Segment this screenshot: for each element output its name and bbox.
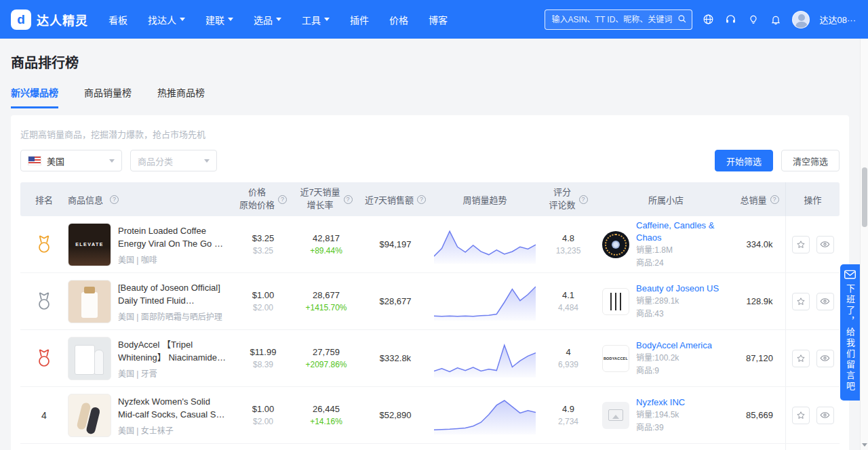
col-header-rank: 排名	[20, 193, 68, 206]
shop-cell: Caffeine, Candles & Chaos 销量:1.8M 商品:24	[598, 220, 734, 270]
filter-actions: 开始筛选 清空筛选	[715, 150, 840, 171]
chevron-down-icon	[324, 18, 330, 21]
favorite-button[interactable]	[792, 293, 810, 310]
ops-cell	[785, 444, 840, 450]
product-image[interactable]	[68, 394, 111, 437]
ops-cell	[785, 273, 840, 329]
nav-item-label: 工具	[302, 13, 321, 26]
product-image[interactable]	[68, 337, 111, 380]
headset-icon[interactable]	[725, 14, 737, 26]
product-title[interactable]: [Beauty of Joseon Official] Daily Tinted…	[118, 281, 228, 308]
nav-item[interactable]: 价格	[389, 13, 408, 26]
country-select[interactable]: 美国	[20, 150, 122, 171]
info-icon[interactable]	[579, 195, 588, 204]
search-icon[interactable]	[677, 14, 687, 26]
info-icon[interactable]	[110, 195, 119, 204]
shop-logo[interactable]	[602, 231, 629, 258]
col-header-total: 总销量	[734, 193, 785, 206]
rank-medal-icon	[36, 348, 52, 368]
weekly-trend-sparkline	[434, 283, 536, 321]
tab[interactable]: 热推商品榜	[157, 85, 205, 108]
rating-cell: 4.9 2,734	[538, 404, 598, 426]
nav-item[interactable]: 插件	[350, 13, 369, 26]
price-cell: $11.99 $8.39	[233, 347, 293, 369]
start-filter-button[interactable]: 开始筛选	[715, 150, 773, 171]
bell-icon[interactable]	[770, 14, 782, 26]
favorite-button[interactable]	[792, 350, 810, 367]
user-avatar[interactable]	[792, 11, 810, 28]
main-content: 商品排行榜 新兴爆品榜商品销量榜热推商品榜 近期高销量商品，挖掘潜力爆款，抢占市…	[0, 39, 868, 450]
info-icon[interactable]	[278, 195, 287, 204]
product-title[interactable]: Nyzfexk Women's Solid Mid-calf Socks, Ca…	[118, 395, 228, 422]
username[interactable]: 达达08···	[820, 13, 856, 26]
category-select[interactable]: 商品分类	[130, 150, 217, 171]
feedback-widget[interactable]: 下班了，给我们留言吧	[840, 264, 860, 401]
info-icon[interactable]	[417, 195, 426, 204]
product-image-text: ELEVATE	[75, 242, 104, 247]
price: $1.00	[252, 404, 275, 414]
watch-button[interactable]	[816, 236, 834, 253]
growth-rate: +1415.70%	[305, 303, 347, 312]
product-title[interactable]: BodyAccel 【Tripel Whitening】 Niacinamide…	[118, 338, 228, 365]
shop-logo[interactable]	[602, 402, 629, 429]
scrollbar-thumb[interactable]	[862, 167, 867, 227]
product-image[interactable]	[68, 280, 111, 323]
nav-item-label: 建联	[205, 13, 224, 26]
tab[interactable]: 商品销量榜	[84, 85, 132, 108]
trend-cell	[431, 283, 538, 321]
chevron-down-icon	[276, 18, 281, 21]
shop-info: BodyAccel America 销量:100.2k 商品:9	[636, 340, 712, 377]
globe-icon[interactable]	[703, 14, 715, 26]
shop-logo[interactable]	[602, 288, 629, 315]
shop-name[interactable]: Caffeine, Candles & Chaos	[636, 220, 734, 244]
review-count: 6,939	[558, 360, 578, 369]
original-price: $2.00	[253, 417, 273, 426]
product-info: Nyzfexk Women's Solid Mid-calf Socks, Ca…	[118, 395, 228, 436]
search-input[interactable]	[545, 9, 692, 30]
growth-rate: +2097.86%	[305, 360, 347, 369]
info-icon[interactable]	[344, 195, 353, 204]
scrollbar-down-arrow[interactable]	[861, 441, 868, 449]
vertical-scrollbar[interactable]	[860, 39, 868, 450]
weekly-trend-sparkline	[434, 340, 536, 377]
shop-info: Nyzfexk INC 销量:194.5k 商品:39	[636, 396, 685, 434]
product-image[interactable]: ELEVATE	[68, 223, 111, 266]
chevron-down-icon	[109, 159, 115, 163]
product-title[interactable]: Protein Loaded Coffee Energy Viral On Th…	[118, 224, 228, 251]
watch-button[interactable]	[816, 407, 834, 424]
review-count: 4,484	[558, 303, 578, 312]
growth-rate: +14.16%	[310, 417, 342, 426]
tab[interactable]: 新兴爆品榜	[11, 85, 58, 108]
watch-button[interactable]	[816, 350, 834, 367]
nav-item[interactable]: 建联	[205, 13, 233, 26]
shop-name[interactable]: Nyzfexk INC	[636, 396, 685, 409]
brand-name: 达人精灵	[37, 11, 88, 28]
col-header-sales7: 近7天销量增长率	[293, 186, 359, 212]
nav-item-label: 找达人	[148, 13, 176, 26]
favorite-button[interactable]	[792, 236, 810, 253]
nav-item[interactable]: 博客	[429, 13, 448, 26]
favorite-button[interactable]	[792, 407, 810, 424]
product-info: [Beauty of Joseon Official] Daily Tinted…	[118, 281, 228, 322]
ranking-tabs: 新兴爆品榜商品销量榜热推商品榜	[11, 85, 849, 108]
total-sales: 334.0k	[734, 239, 785, 249]
info-icon[interactable]	[770, 195, 779, 204]
sales7-cell: 26,445 +14.16%	[293, 404, 359, 426]
product-category: 美国 | 咖啡	[118, 253, 228, 265]
nav-item[interactable]: 选品	[254, 13, 281, 26]
watch-button[interactable]	[816, 293, 834, 310]
col-header-rating: 评分评论数	[538, 186, 598, 212]
shop-info: Beauty of Joseon US 销量:289.1k 商品:43	[636, 283, 719, 320]
bulb-icon[interactable]	[747, 14, 760, 26]
nav-item[interactable]: 看板	[108, 13, 127, 26]
shop-name[interactable]: BodyAccel America	[636, 340, 712, 352]
shop-product-count: 商品:43	[636, 308, 719, 321]
brand[interactable]: d 达人精灵	[11, 9, 88, 30]
clear-filter-button[interactable]: 清空筛选	[781, 150, 840, 171]
shop-logo[interactable]: BODYACCEL	[602, 345, 629, 372]
nav-item[interactable]: 找达人	[148, 13, 185, 26]
sales-7d: 42,817	[313, 233, 340, 243]
nav-item[interactable]: 工具	[302, 13, 330, 26]
shop-name[interactable]: Beauty of Joseon US	[636, 283, 719, 295]
sales7-cell: 27,759 +2097.86%	[293, 347, 359, 369]
